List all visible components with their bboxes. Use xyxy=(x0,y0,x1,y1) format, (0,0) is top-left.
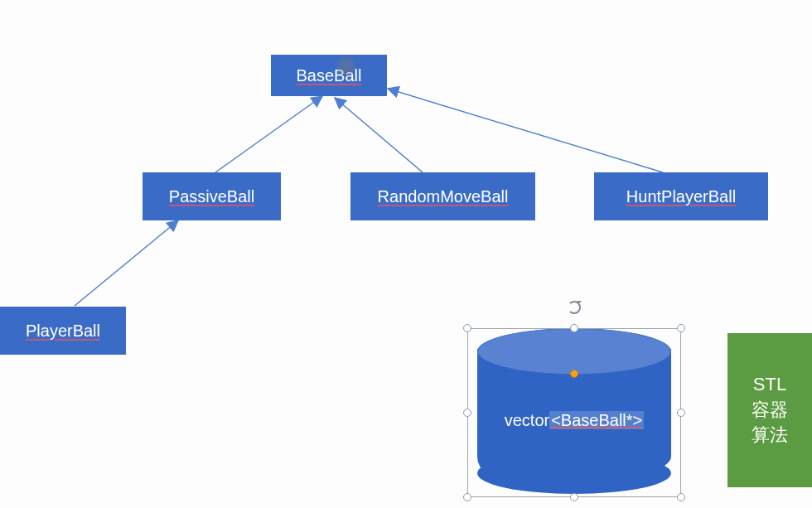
rotation-handle[interactable] xyxy=(568,301,581,314)
node-baseball: BaseBall xyxy=(271,55,387,96)
svg-line-0 xyxy=(215,96,322,172)
stl-line1: STL xyxy=(753,372,786,398)
handle-se[interactable] xyxy=(677,493,685,501)
inheritance-arrows xyxy=(0,0,812,508)
stl-line3: 算法 xyxy=(752,423,788,448)
handle-nw[interactable] xyxy=(463,324,471,332)
svg-line-1 xyxy=(335,98,423,172)
node-passiveball-label: PassiveBall xyxy=(169,187,254,206)
node-baseball-label: BaseBall xyxy=(297,66,362,85)
handle-ne[interactable] xyxy=(677,324,685,332)
node-randommoveball: RandomMoveBall xyxy=(350,172,535,220)
handle-sw[interactable] xyxy=(463,493,471,501)
stl-line2: 容器 xyxy=(752,398,788,423)
handle-s[interactable] xyxy=(570,493,578,501)
handle-w[interactable] xyxy=(463,409,471,417)
svg-line-3 xyxy=(75,220,178,306)
handle-e[interactable] xyxy=(677,409,685,417)
cylinder-label: vector<BaseBall*> xyxy=(477,411,671,430)
node-huntplayerball: HuntPlayerBall xyxy=(594,172,768,220)
cylinder-prefix: vector xyxy=(505,411,549,429)
svg-line-2 xyxy=(388,89,663,172)
node-huntplayerball-label: HuntPlayerBall xyxy=(626,187,736,206)
cylinder-top xyxy=(477,328,671,375)
node-playerball: PlayerBall xyxy=(0,307,126,355)
cylinder-template-param: <BaseBall*> xyxy=(549,411,644,429)
node-randommoveball-label: RandomMoveBall xyxy=(378,187,509,206)
stl-box: STL 容器 算法 xyxy=(727,333,812,487)
node-playerball-label: PlayerBall xyxy=(26,322,100,341)
cylinder-vector[interactable]: vector<BaseBall*> xyxy=(477,328,671,494)
node-passiveball: PassiveBall xyxy=(143,172,281,220)
